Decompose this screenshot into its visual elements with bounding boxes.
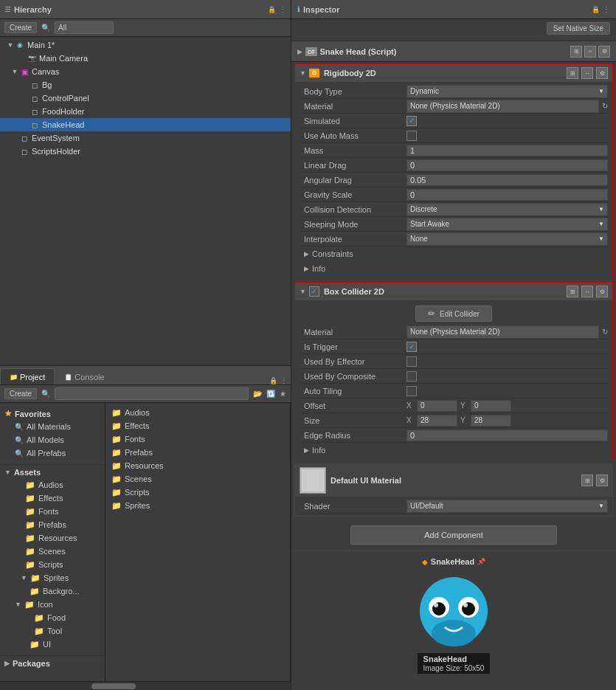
asset-sprites[interactable]: ▼ 📁 Sprites — [4, 571, 100, 584]
inspector-menu-icon[interactable]: ⋮ — [603, 5, 610, 13]
script-btn1[interactable]: ⊞ — [570, 46, 582, 58]
rigidbody2d-header[interactable]: ▼ ⚙ Rigidbody 2D ⊞ ↔ ⚙ — [295, 64, 612, 82]
folder-fonts[interactable]: 📁 Fonts — [105, 432, 290, 446]
asset-fonts[interactable]: 📁 Fonts — [4, 505, 100, 518]
folder-scenes[interactable]: 📁 Scenes — [105, 472, 290, 486]
asset-background[interactable]: 📁 Backgro... — [4, 584, 100, 598]
script-expand-arrow[interactable]: ▶ — [297, 48, 302, 55]
script-settings-btn[interactable]: ⚙ — [598, 46, 610, 58]
bc2d-settings-btn[interactable]: ⚙ — [596, 286, 608, 297]
bc2d-material-dropdown[interactable]: None (Physics Material 2D) — [406, 325, 599, 339]
tree-item-canvas[interactable]: ▼ ▣ Canvas — [0, 65, 291, 78]
rb2d-interpolate-dropdown[interactable]: None ▼ — [406, 232, 608, 246]
rb2d-body-type-dropdown[interactable]: Dynamic ▼ — [406, 85, 608, 98]
edit-collider-button[interactable]: ✏ Edit Collider — [415, 306, 492, 322]
folder-sync-icon[interactable]: 🔃 — [266, 390, 275, 398]
rb2d-btn1[interactable]: ⊞ — [567, 67, 578, 79]
favorites-section-title[interactable]: ★ Favorites — [4, 407, 100, 420]
rb2d-btn2[interactable]: ↔ — [581, 67, 593, 79]
tree-item-scripts-holder[interactable]: ◻ ScriptsHolder — [0, 145, 291, 158]
star-filter-icon[interactable]: ★ — [280, 390, 286, 398]
rb2d-info-row[interactable]: ▶ Info — [300, 261, 608, 276]
bc2d-used-by-effector-checkbox[interactable] — [406, 356, 417, 367]
tree-item-control-panel[interactable]: ◻ ControlPanel — [0, 92, 291, 105]
folder-prefabs[interactable]: 📁 Prefabs — [105, 446, 290, 459]
fav-item-models[interactable]: 🔍 All Models — [4, 433, 100, 446]
folder-audios[interactable]: 📁 Audios — [105, 406, 290, 419]
shader-dropdown[interactable]: UI/Default ▼ — [406, 500, 608, 513]
hierarchy-search-input[interactable] — [55, 21, 114, 34]
bc2d-size-y-input[interactable] — [471, 415, 511, 427]
rb2d-material-dropdown[interactable]: None (Physics Material 2D) — [406, 100, 599, 113]
bc2d-btn2[interactable]: ↔ — [581, 286, 593, 297]
asset-scenes[interactable]: 📁 Scenes — [4, 545, 100, 558]
asset-prefabs[interactable]: 📁 Prefabs — [4, 518, 100, 531]
folder-scripts[interactable]: 📁 Scripts — [105, 486, 290, 499]
fav-item-prefabs[interactable]: 🔍 All Prefabs — [4, 446, 100, 460]
bc2d-info-row[interactable]: ▶ Info — [300, 443, 608, 458]
material-title: Default UI Material — [331, 476, 577, 485]
asset-effects[interactable]: 📁 Effects — [4, 491, 100, 505]
lock-icon2[interactable]: 🔒 — [269, 377, 277, 384]
bc2d-offset-y-input[interactable] — [471, 400, 511, 412]
tree-item-main-camera[interactable]: 📷 Main Camera — [0, 52, 291, 65]
scripts-folder-icon: 📁 — [25, 560, 35, 570]
folder-nav-icon[interactable]: 📂 — [253, 390, 262, 398]
project-scroll-thumb[interactable] — [91, 683, 136, 689]
lock-icon[interactable]: 🔒 — [268, 6, 276, 13]
asset-icon[interactable]: ▼ 📁 Icon — [4, 598, 100, 611]
asset-ui[interactable]: 📁 UI — [4, 638, 100, 651]
rb2d-angular-drag-value[interactable]: 0.05 — [406, 174, 608, 186]
project-search-input[interactable] — [55, 387, 249, 400]
tree-item-event-system[interactable]: ◻ EventSystem — [0, 131, 291, 145]
bc2d-is-trigger-checkbox[interactable]: ✓ — [406, 342, 417, 352]
bc2d-material-select-icon[interactable]: ↻ — [602, 328, 608, 336]
set-native-size-button[interactable]: Set Native Size — [547, 22, 610, 35]
asset-resources[interactable]: 📁 Resources — [4, 531, 100, 545]
add-component-button[interactable]: Add Component — [350, 525, 557, 545]
bc2d-checkbox[interactable]: ✓ — [309, 286, 319, 297]
rb2d-constraints-row[interactable]: ▶ Constraints — [300, 246, 608, 261]
folder-effects[interactable]: 📁 Effects — [105, 419, 290, 432]
rb2d-sleeping-mode-dropdown[interactable]: Start Awake ▼ — [406, 218, 608, 231]
folder-sprites[interactable]: 📁 Sprites — [105, 499, 290, 512]
bc2d-size-x-input[interactable] — [417, 415, 457, 427]
tab-console[interactable]: 📋 Console — [55, 368, 114, 384]
asset-scripts[interactable]: 📁 Scripts — [4, 558, 100, 571]
menu-dots-icon[interactable]: ⋮ — [279, 5, 286, 13]
bc2d-used-by-composite-checkbox[interactable] — [406, 371, 417, 382]
tree-item-snake-head[interactable]: ◻ SnakeHead — [0, 118, 291, 131]
hierarchy-create-button[interactable]: Create — [4, 22, 37, 33]
tab-project[interactable]: 📁 Project — [0, 368, 55, 384]
assets-left-title[interactable]: ▼ Assets — [4, 466, 100, 478]
scene-row[interactable]: ▼ ◉ Main 1* — [0, 38, 291, 52]
bc2d-edge-radius-value[interactable]: 0 — [406, 429, 608, 441]
bc2d-auto-tiling-checkbox[interactable] — [406, 386, 417, 396]
asset-tool[interactable]: 📁 Tool — [4, 624, 100, 638]
packages-title[interactable]: ▶ Packages — [4, 658, 100, 669]
rb2d-simulated-checkbox[interactable]: ✓ — [406, 116, 417, 126]
tree-item-bg[interactable]: ◻ Bg — [0, 78, 291, 92]
menu-dots-icon2[interactable]: ⋮ — [280, 376, 288, 384]
snake-preview-pin-icon[interactable]: 📌 — [477, 558, 485, 565]
bc2d-btn1[interactable]: ⊞ — [567, 286, 578, 297]
rb2d-collision-detection-dropdown[interactable]: Discrete ▼ — [406, 203, 608, 216]
asset-audios[interactable]: 📁 Audios — [4, 478, 100, 491]
rb2d-gravity-scale-value[interactable]: 0 — [406, 189, 608, 201]
rb2d-settings-btn[interactable]: ⚙ — [596, 67, 608, 79]
script-btn2[interactable]: ↔ — [584, 46, 596, 58]
material-btn1[interactable]: ⊞ — [581, 475, 593, 486]
box-collider-header[interactable]: ▼ ✓ Box Collider 2D ⊞ ↔ ⚙ — [295, 283, 612, 300]
tree-item-food-holder[interactable]: ◻ FoodHolder — [0, 105, 291, 118]
folder-resources[interactable]: 📁 Resources — [105, 459, 290, 472]
inspector-lock-icon[interactable]: 🔒 — [592, 6, 600, 13]
project-create-button[interactable]: Create — [4, 388, 37, 399]
asset-food[interactable]: 📁 Food — [4, 611, 100, 624]
material-settings-btn[interactable]: ⚙ — [596, 475, 608, 486]
rb2d-material-select-icon[interactable]: ↻ — [602, 102, 608, 110]
fav-item-materials[interactable]: 🔍 All Materials — [4, 420, 100, 433]
bc2d-offset-x-input[interactable] — [417, 400, 457, 412]
rb2d-use-auto-mass-checkbox[interactable] — [406, 131, 417, 141]
rb2d-mass-value[interactable]: 1 — [406, 145, 608, 156]
rb2d-linear-drag-value[interactable]: 0 — [406, 159, 608, 171]
